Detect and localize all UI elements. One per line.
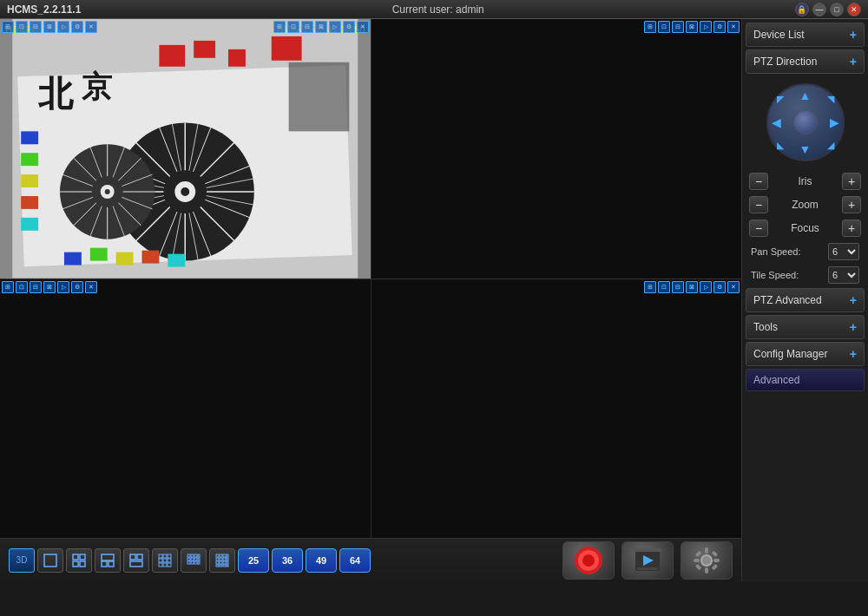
view-btn-1[interactable] (37, 548, 63, 573)
maximize-button[interactable]: □ (830, 3, 844, 16)
cell-btn-tl4[interactable]: ⊠ (43, 21, 56, 33)
cell2-btn1[interactable]: ⊞ (644, 21, 656, 33)
cell4-btn3[interactable]: ⊟ (672, 281, 684, 293)
cell3-btn-l4[interactable]: ⊠ (43, 281, 56, 293)
cell-btn-tr1[interactable]: ⊞ (273, 21, 286, 33)
minimize-button[interactable]: — (812, 3, 826, 16)
svg-rect-59 (163, 554, 167, 558)
view-btn-6b[interactable] (123, 548, 149, 573)
svg-rect-63 (168, 559, 171, 562)
view-btn-49[interactable]: 49 (306, 548, 337, 573)
config-manager-button[interactable]: Config Manager + (746, 342, 865, 366)
ptz-center[interactable] (793, 110, 818, 134)
view-btn-6a[interactable] (95, 548, 121, 573)
svg-rect-99 (634, 548, 661, 552)
playback-button[interactable] (621, 541, 674, 580)
cell3-btn-l7[interactable]: ✕ (85, 281, 97, 293)
focus-minus-button[interactable]: − (749, 220, 768, 237)
svg-rect-77 (194, 561, 197, 564)
cell-btn-tr6[interactable]: ⚙ (343, 21, 355, 33)
view-btn-3d[interactable]: 3D (9, 548, 35, 573)
pan-speed-select[interactable]: 6 12345 78910 (828, 243, 859, 260)
close-button[interactable]: ✕ (847, 3, 861, 16)
settings-button[interactable] (681, 541, 733, 580)
svg-rect-106 (713, 559, 720, 562)
cell4-btn4[interactable]: ⊠ (686, 281, 698, 293)
video-cell-4[interactable]: ⊞ ⊡ ⊟ ⊠ ▷ ⚙ ✕ (372, 279, 742, 539)
ptz-left-arrow[interactable]: ◀ (772, 115, 781, 129)
cell-btn-tr2[interactable]: ⊡ (287, 21, 299, 33)
ptz-down-arrow[interactable]: ▼ (799, 142, 812, 156)
zoom-minus-button[interactable]: − (749, 196, 768, 213)
ptz-up-arrow[interactable]: ▲ (799, 88, 812, 102)
tools-button[interactable]: Tools + (746, 315, 865, 339)
ptz-advanced-button[interactable]: PTZ Advanced + (746, 288, 865, 312)
zoom-plus-button[interactable]: + (842, 196, 861, 213)
cell-btn-tr7[interactable]: ✕ (357, 21, 369, 33)
svg-rect-46 (289, 62, 350, 132)
cell-btn-tl6[interactable]: ⚙ (71, 21, 83, 33)
cell-btn-tl1[interactable]: ⊞ (2, 21, 14, 33)
iris-minus-button[interactable]: − (749, 173, 768, 190)
cell4-btn7[interactable]: ✕ (727, 281, 740, 293)
cell3-btn-l3[interactable]: ⊟ (30, 281, 42, 293)
svg-rect-65 (163, 563, 167, 567)
svg-rect-68 (191, 554, 194, 557)
view-btn-4[interactable] (66, 548, 92, 573)
cell4-btn5[interactable]: ▷ (700, 281, 712, 293)
cell4-btn2[interactable]: ⊡ (658, 281, 670, 293)
ptz-joystick[interactable]: ▲ ▼ ◀ ▶ ◤ ◥ ◣ ◢ (766, 83, 845, 161)
cell-btn-tr4[interactable]: ⊠ (315, 21, 327, 33)
view-btn-36[interactable]: 36 (272, 548, 303, 573)
cell4-btn1[interactable]: ⊞ (644, 281, 656, 293)
cell-btn-tl2[interactable]: ⊡ (16, 21, 28, 33)
video-cell-3[interactable]: ⊞ ⊡ ⊟ ⊠ ▷ ⚙ ✕ (0, 279, 372, 539)
view-btn-16[interactable] (209, 548, 235, 573)
view-btn-9[interactable] (152, 548, 178, 573)
cell2-btn7[interactable]: ✕ (727, 21, 740, 33)
svg-rect-94 (227, 565, 228, 567)
cell3-btn-l1[interactable]: ⊞ (2, 281, 14, 293)
svg-rect-84 (220, 558, 222, 560)
lock-button[interactable]: 🔒 (795, 3, 809, 16)
cell-btn-tr3[interactable]: ⊟ (301, 21, 313, 33)
device-list-button[interactable]: Device List + (746, 23, 865, 47)
cell-toolbar-left-1: ⊞ ⊡ ⊟ ⊠ ▷ ⚙ ✕ (2, 21, 97, 33)
svg-rect-36 (21, 174, 38, 187)
advanced-section[interactable]: Advanced (746, 369, 865, 391)
cell2-btn5[interactable]: ▷ (700, 21, 712, 33)
cell-btn-tl5[interactable]: ▷ (57, 21, 69, 33)
video-cell-1[interactable]: 北 京 HD-IPC 2018-03-23 17:24:50 ⊞ ⊡ ⊟ ⊠ ▷… (0, 19, 372, 279)
cell4-btn6[interactable]: ⚙ (713, 281, 726, 293)
cell2-btn3[interactable]: ⊟ (672, 21, 684, 33)
svg-point-17 (181, 187, 189, 196)
cell3-btn-l6[interactable]: ⚙ (71, 281, 83, 293)
svg-rect-80 (220, 554, 222, 557)
svg-rect-51 (80, 561, 85, 567)
cell-btn-tl7[interactable]: ✕ (85, 21, 97, 33)
cell3-btn-l2[interactable]: ⊡ (16, 281, 28, 293)
view-buttons: 3D (9, 548, 371, 573)
ptz-dr-arrow[interactable]: ◢ (827, 140, 834, 151)
pan-speed-label: Pan Speed: (751, 246, 801, 257)
alarm-button[interactable] (562, 541, 615, 580)
ptz-direction-button[interactable]: PTZ Direction + (746, 49, 865, 74)
cell2-btn6[interactable]: ⚙ (713, 21, 726, 33)
iris-plus-button[interactable]: + (842, 173, 861, 190)
ptz-dl-arrow[interactable]: ◣ (777, 140, 784, 151)
svg-rect-66 (168, 563, 171, 567)
view-btn-25[interactable]: 25 (238, 548, 269, 573)
ptz-ul-arrow[interactable]: ◤ (777, 94, 784, 105)
ptz-right-arrow[interactable]: ▶ (830, 115, 839, 129)
view-btn-64[interactable]: 64 (339, 548, 371, 573)
ptz-ur-arrow[interactable]: ◥ (827, 94, 834, 105)
cell2-btn4[interactable]: ⊠ (686, 21, 698, 33)
focus-plus-button[interactable]: + (842, 220, 861, 237)
cell-btn-tr5[interactable]: ▷ (329, 21, 341, 33)
cell3-btn-l5[interactable]: ▷ (57, 281, 69, 293)
tile-speed-select[interactable]: 6 12345 78910 (828, 266, 859, 284)
view-btn-10[interactable] (181, 548, 207, 573)
cell2-btn2[interactable]: ⊡ (658, 21, 670, 33)
video-cell-2[interactable]: ⊞ ⊡ ⊟ ⊠ ▷ ⚙ ✕ (372, 19, 742, 279)
cell-btn-tl3[interactable]: ⊟ (30, 21, 42, 33)
